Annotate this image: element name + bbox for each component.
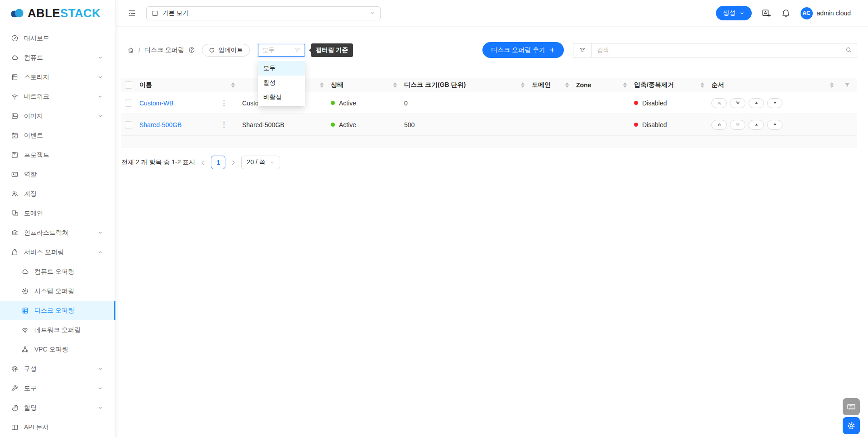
header-domain[interactable]: 도메인	[528, 78, 572, 92]
view-select-value: 기본 보기	[162, 9, 189, 17]
sorter-icon[interactable]	[623, 82, 627, 88]
sidebar-item-vpc-offerings[interactable]: VPC 오퍼링	[0, 340, 115, 359]
header-disk-size[interactable]: 디스크 크기(GB 단위)	[401, 78, 528, 92]
add-disk-offering-button[interactable]: 디스크 오퍼링 추가	[482, 42, 564, 58]
move-to-top-button[interactable]	[711, 98, 727, 108]
kebab-menu-icon[interactable]: ⋮	[220, 121, 235, 128]
sidebar-item-roles[interactable]: 역할	[0, 165, 115, 184]
search-icon[interactable]	[840, 43, 857, 57]
search-group	[573, 43, 857, 57]
disk-offering-link[interactable]: Shared-500GB	[139, 121, 181, 128]
header-order[interactable]: 순서	[708, 78, 837, 92]
sidebar-item-network-offerings[interactable]: 네트워크 오퍼링	[0, 320, 115, 340]
column-filter-icon[interactable]	[844, 82, 850, 88]
sidebar-item-domains[interactable]: 도메인	[0, 204, 115, 223]
header-state[interactable]: 상태	[327, 78, 401, 92]
move-up-button[interactable]	[749, 98, 764, 108]
brand-logo: ABLESTACK	[0, 0, 115, 27]
sorter-icon[interactable]	[521, 82, 525, 88]
header-state-label: 상태	[331, 81, 343, 89]
sidebar-item-disk-offerings[interactable]: 디스크 오퍼링	[0, 301, 115, 320]
home-icon[interactable]	[127, 47, 134, 54]
sorter-icon[interactable]	[830, 82, 834, 88]
sidebar-item-accounts[interactable]: 계정	[0, 184, 115, 204]
sidebar-item-compute-offerings[interactable]: 컴퓨트 오퍼링	[0, 262, 115, 281]
sidebar-item-label: 시스템 오퍼링	[34, 287, 74, 295]
kebab-menu-icon[interactable]: ⋮	[220, 100, 235, 107]
header-compression[interactable]: 압축/중복제거	[630, 78, 708, 92]
menu-fold-icon[interactable]	[128, 9, 136, 18]
sorter-icon[interactable]	[320, 82, 324, 88]
row-checkbox[interactable]	[125, 121, 132, 128]
move-to-top-button[interactable]	[711, 120, 727, 130]
header-zone[interactable]: Zone	[572, 78, 630, 92]
wrench-icon	[11, 385, 19, 392]
table-row: Custom-WB⋮ Custom-WB Active 0 Disabled	[121, 92, 857, 114]
sorter-icon[interactable]	[565, 82, 569, 88]
move-to-bottom-button[interactable]	[730, 98, 745, 108]
brand-name: ABLESTACK	[28, 6, 100, 20]
row-checkbox[interactable]	[125, 100, 132, 107]
move-down-button[interactable]	[767, 98, 782, 108]
sidebar-item-images[interactable]: 이미지	[0, 106, 115, 126]
disk-offering-link[interactable]: Custom-WB	[139, 100, 173, 107]
sorter-icon[interactable]	[701, 82, 704, 88]
sidebar-item-label: 역할	[24, 171, 37, 179]
sidebar-item-label: 도구	[24, 385, 37, 393]
app-root: ABLESTACK 대시보드 컴퓨트 스토리지 네트워크 이미지 이벤트 프로젝…	[0, 0, 868, 437]
filter-option-inactive[interactable]: 비활성	[258, 90, 305, 104]
sidebar-item-configuration[interactable]: 구성	[0, 359, 115, 379]
table-footer-strip	[121, 136, 857, 147]
sidebar-item-network[interactable]: 네트워크	[0, 87, 115, 106]
project-icon	[152, 10, 158, 17]
sidebar-item-api-docs[interactable]: API 문서	[0, 418, 115, 437]
sorter-icon[interactable]	[393, 82, 397, 88]
translate-icon[interactable]	[762, 9, 771, 18]
user-menu[interactable]: AC admin cloud	[801, 7, 851, 19]
sidebar-item-quota[interactable]: 할당	[0, 398, 115, 418]
sidebar-item-label: 계정	[24, 190, 37, 198]
sidebar-item-system-offerings[interactable]: 시스템 오퍼링	[0, 281, 115, 301]
refresh-button-label: 업데이트	[219, 46, 243, 54]
next-page-icon[interactable]	[230, 160, 236, 166]
search-input[interactable]	[591, 43, 840, 57]
team-icon	[11, 190, 19, 198]
sidebar-item-projects[interactable]: 프로젝트	[0, 145, 115, 165]
move-up-button[interactable]	[749, 120, 764, 130]
sidebar-item-dashboard[interactable]: 대시보드	[0, 28, 115, 48]
bell-icon[interactable]	[781, 9, 791, 18]
pagination: 전체 2 개 항목 중 1-2 표시 1 20 / 쪽	[121, 156, 857, 169]
refresh-button[interactable]: 업데이트	[202, 44, 250, 57]
topbar: 기본 보기 생성 AC admin cloud	[116, 0, 868, 27]
sidebar-item-tools[interactable]: 도구	[0, 379, 115, 398]
move-down-button[interactable]	[767, 120, 782, 130]
sidebar-item-storage[interactable]: 스토리지	[0, 67, 115, 87]
sorter-icon[interactable]	[231, 82, 235, 88]
move-to-bottom-button[interactable]	[730, 120, 745, 130]
filter-option-active[interactable]: 활성	[258, 76, 305, 90]
page-number[interactable]: 1	[211, 156, 225, 169]
header-name[interactable]: 이름	[136, 78, 238, 92]
row-disk-size-cell: 0	[401, 92, 528, 114]
select-all-checkbox[interactable]	[125, 81, 132, 89]
question-circle-icon[interactable]	[188, 47, 196, 54]
filter-select[interactable]: 모두	[258, 44, 305, 57]
sidebar-item-compute[interactable]: 컴퓨트	[0, 48, 115, 67]
sidebar-item-service-offerings[interactable]: 서비스 오퍼링	[0, 242, 115, 262]
cloud-icon	[11, 54, 19, 62]
page-size-select[interactable]: 20 / 쪽	[241, 156, 280, 169]
sidebar: ABLESTACK 대시보드 컴퓨트 스토리지 네트워크 이미지 이벤트 프로젝…	[0, 0, 116, 437]
search-filter-button[interactable]	[573, 43, 591, 57]
keyboard-shortcuts-button[interactable]	[843, 398, 860, 415]
wifi-icon	[11, 93, 19, 100]
chevron-down-icon	[98, 114, 103, 119]
row-description-cell: Shared-500GB	[238, 114, 327, 135]
sidebar-item-events[interactable]: 이벤트	[0, 126, 115, 145]
filter-option-all[interactable]: 모두	[258, 61, 305, 76]
prev-page-icon[interactable]	[200, 160, 206, 166]
sidebar-item-infrastructure[interactable]: 인프라스트럭쳐	[0, 223, 115, 242]
row-order-cell	[708, 92, 837, 114]
settings-button[interactable]	[843, 417, 860, 434]
view-select[interactable]: 기본 보기	[146, 6, 381, 20]
create-button[interactable]: 생성	[716, 6, 752, 20]
